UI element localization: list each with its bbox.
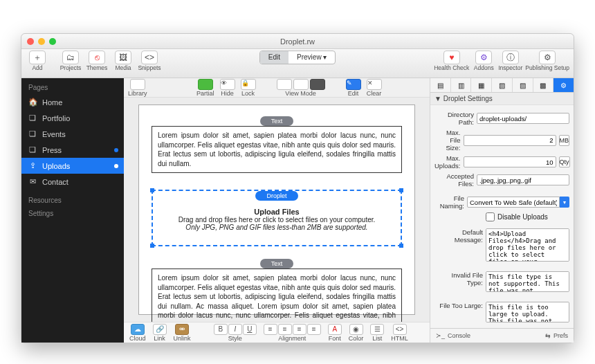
gear-icon: ⚙ [560, 82, 567, 89]
inspector-button[interactable]: ⓘInspector [498, 51, 522, 71]
lock-button[interactable]: 🔒Lock [241, 79, 256, 97]
inspector-panel: ▤ ▥ ▦ ▧ ▨ ▩ ⚙ ▼ Droplet Settings Directo… [430, 78, 574, 343]
snippets-icon: <> [141, 51, 158, 64]
hide-button[interactable]: 👁Hide [220, 79, 235, 97]
mail-icon: ✉ [28, 177, 37, 186]
align-left-button[interactable]: ≡ [264, 324, 277, 335]
max-filesize-input[interactable] [464, 135, 556, 146]
inspector-tab-5[interactable]: ▨ [513, 78, 533, 92]
inspector-section-header[interactable]: ▼ Droplet Settings [430, 93, 574, 105]
layout-icon: ▨ [520, 82, 526, 89]
resize-handle[interactable] [150, 244, 154, 248]
console-icon[interactable]: ≻_ [436, 332, 445, 339]
underline-button[interactable]: U [243, 324, 257, 335]
cloud-button[interactable]: ☁ [131, 324, 145, 335]
media-icon: 🖼 [115, 51, 131, 64]
italic-button[interactable]: I [228, 324, 242, 335]
directory-path-input[interactable] [477, 113, 569, 124]
align-justify-button[interactable]: ≡ [307, 324, 321, 335]
mode-edit[interactable]: Edit [260, 51, 289, 64]
sidebar-item-home[interactable]: 🏠Home [21, 94, 124, 110]
upload-note: Only JPG, PNG and GIF files less-than 2M… [160, 224, 394, 231]
mode-preview[interactable]: Preview ▾ [289, 51, 335, 64]
unlink-icon: ⚮ [179, 325, 185, 333]
frame-icon: ▥ [458, 82, 464, 89]
accepted-files-input[interactable] [477, 174, 569, 185]
link-icon: 🔗 [156, 325, 164, 333]
inspector-tab-2[interactable]: ▥ [451, 78, 472, 92]
link-button[interactable]: 🔗 [153, 324, 167, 335]
status-dot [114, 164, 118, 168]
uploads-unit[interactable]: Qty [559, 156, 570, 167]
resize-handle[interactable] [399, 244, 403, 248]
gear-icon: ⚙ [539, 51, 556, 64]
text-stack-pill[interactable]: Text [260, 116, 294, 126]
default-message-textarea[interactable] [486, 228, 569, 262]
projects-button[interactable]: 🗂Projects [59, 51, 82, 71]
filesize-unit[interactable]: MB [559, 135, 570, 146]
ruler-icon: ▧ [499, 82, 505, 89]
layers-icon: ▦ [478, 82, 484, 89]
inspector-tab-active[interactable]: ⚙ [553, 78, 574, 92]
edit-button[interactable]: ✎Edit [346, 79, 361, 97]
invalid-filetype-textarea[interactable] [486, 271, 569, 292]
partial-button[interactable]: Partial [196, 79, 214, 97]
sidebar-item-press[interactable]: ❏Press [21, 142, 124, 158]
resize-handle[interactable] [150, 188, 154, 192]
page-icon: ▤ [437, 82, 443, 89]
media-button[interactable]: 🖼Media [111, 51, 135, 71]
list-button[interactable]: ☰ [370, 324, 384, 335]
align-center-button[interactable]: ≡ [278, 324, 292, 335]
sliders-icon[interactable]: ⇆ [545, 332, 551, 339]
inspector-tab-4[interactable]: ▧ [492, 78, 513, 92]
align-right-button[interactable]: ≡ [293, 324, 306, 335]
sidebar-item-portfolio[interactable]: ❏Portfolio [21, 110, 124, 126]
file-too-large-textarea[interactable] [486, 302, 569, 322]
publishing-button[interactable]: ⚙Publishing Setup [525, 51, 569, 71]
editor-toolbar: Library Partial 👁Hide 🔒Lock View Mode ✎E… [124, 78, 430, 98]
viewmode-segmented[interactable]: View Mode [277, 79, 325, 97]
healthcheck-button[interactable]: ♥Health Check [434, 51, 469, 71]
resize-handle[interactable] [399, 188, 403, 192]
pencil-icon: ✎ [347, 80, 352, 87]
unlink-button[interactable]: ⚮ [175, 324, 189, 335]
library-button[interactable]: Library [128, 79, 147, 97]
text-block-2[interactable]: Lorem ipsum dolor sit amet, sapien plate… [152, 269, 402, 322]
info-icon: ⓘ [502, 51, 519, 64]
html-button[interactable]: <> [393, 324, 407, 335]
themes-button[interactable]: ⎋Themes [85, 51, 109, 71]
snippets-button[interactable]: <>Snippets [138, 51, 161, 71]
sidebar-item-events[interactable]: ❏Events [21, 126, 124, 142]
droplet-stack-pill[interactable]: Droplet [255, 191, 298, 201]
color-button[interactable]: ◉ [349, 324, 363, 335]
mode-segmented[interactable]: Edit Preview ▾ [259, 51, 336, 64]
eye-icon: 👁 [221, 80, 227, 87]
canvas[interactable]: Text Lorem ipsum dolor sit amet, sapien … [124, 98, 430, 322]
cloud-icon: ☁ [134, 325, 141, 333]
inspector-tab-3[interactable]: ▦ [471, 78, 492, 92]
add-button[interactable]: ＋Add [26, 51, 49, 71]
projects-icon: 🗂 [62, 51, 79, 64]
text-stack-pill[interactable]: Text [260, 259, 294, 269]
sidebar-pages-header: Pages [21, 81, 124, 94]
bold-button[interactable]: B [214, 324, 228, 335]
upload-subtext: Drag and drop files here or click to sel… [160, 216, 394, 224]
file-naming-select[interactable] [467, 197, 560, 208]
sidebar-resources-header[interactable]: Resources [21, 194, 124, 207]
sidebar: Pages 🏠Home ❏Portfolio ❏Events ❏Press ⇪U… [21, 78, 124, 343]
lock-icon: 🔒 [241, 80, 249, 87]
clear-button[interactable]: ✕Clear [367, 79, 382, 97]
page: Text Lorem ipsum dolor sit amet, sapien … [138, 104, 415, 315]
inspector-tab-6[interactable]: ▩ [533, 78, 554, 92]
disable-uploads-checkbox[interactable] [486, 212, 495, 221]
max-uploads-input[interactable] [464, 156, 556, 167]
font-button[interactable]: A [328, 324, 342, 335]
inspector-tab-1[interactable]: ▤ [430, 78, 451, 92]
dropdown-icon[interactable]: ▾ [560, 197, 569, 208]
sidebar-item-contact[interactable]: ✉Contact [21, 174, 124, 190]
text-block-1[interactable]: Lorem ipsum dolor sit amet, sapien plate… [152, 126, 402, 173]
addons-button[interactable]: ⚙Addons [472, 51, 495, 71]
themes-icon: ⎋ [89, 51, 105, 64]
sidebar-settings-header[interactable]: Settings [21, 207, 124, 220]
sidebar-item-uploads[interactable]: ⇪Uploads [21, 158, 124, 174]
